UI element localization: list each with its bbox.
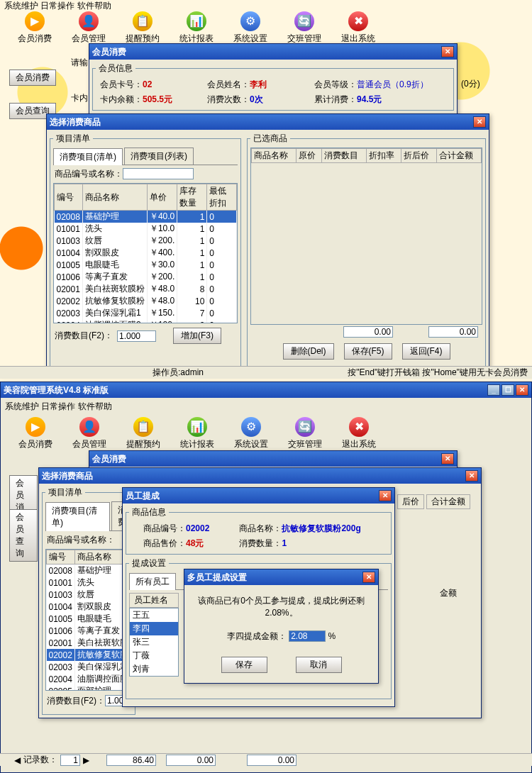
tab-table[interactable]: 消费项目(列表): [124, 148, 194, 165]
toolbar-会员消费[interactable]: ▶会员消费: [18, 417, 52, 450]
close-icon[interactable]: ✕: [465, 470, 478, 482]
col-header[interactable]: 最低折扣: [207, 184, 237, 211]
employee-listbox[interactable]: 王五李四张三丁薇刘青: [129, 608, 179, 677]
table-row[interactable]: 02008基础护理: [47, 565, 131, 577]
toolbar-交班管理[interactable]: 🔄交班管理: [287, 11, 321, 45]
col-header[interactable]: 单价: [147, 184, 177, 211]
table-row[interactable]: 02003美白保湿乳霜1￥150.70: [55, 307, 237, 319]
col-header[interactable]: 编号: [55, 184, 83, 211]
col-header[interactable]: 折后价: [401, 149, 436, 163]
product-qty-label: 消费数量：: [239, 538, 282, 548]
employee-col-header: 员工姓名: [129, 593, 179, 608]
back-button[interactable]: 返回(F4): [402, 343, 450, 360]
table-row[interactable]: 01005电眼睫毛: [47, 613, 131, 625]
table-row[interactable]: 02002抗敏修复软膜粉￥48.0100: [55, 295, 237, 307]
search-input[interactable]: [123, 168, 194, 179]
commission-amount-label: 李四提成金额：: [227, 631, 287, 641]
col-header[interactable]: 商品名称: [82, 184, 147, 211]
employee-item[interactable]: 张三: [130, 635, 178, 649]
toolbar-会员消费[interactable]: ▶会员消费: [18, 11, 52, 45]
app-toolbar: ▶会员消费👤会员管理📋提醒预约📊统计报表⚙系统设置🔄交班管理✖退出系统: [1, 416, 531, 451]
col-header[interactable]: 原价: [297, 149, 322, 163]
select-product-window: 选择消费商品 ✕ 项目清单 消费项目(清单) 消费项目(列表) 商品编号或名称：…: [46, 113, 489, 371]
table-row[interactable]: 01006等离子直发￥200.10: [55, 271, 237, 283]
table-row[interactable]: 01004割双眼皮￥400.10: [55, 247, 237, 259]
close-icon[interactable]: ✕: [362, 572, 375, 583]
table-row[interactable]: 02001美白祛斑软膜: [47, 637, 131, 649]
table-row[interactable]: 01003纹唇: [47, 589, 131, 601]
member-info-legend: 会员信息: [96, 62, 135, 74]
table-row[interactable]: 02003美白保湿乳霜: [47, 661, 131, 673]
product-name-value: 抗敏修复软膜粉200g: [282, 523, 360, 533]
tab-all-employees[interactable]: 所有员工: [129, 573, 176, 590]
close-icon[interactable]: ✕: [441, 46, 454, 57]
maximize-icon[interactable]: ☐: [501, 384, 514, 396]
toolbar-交班管理[interactable]: 🔄交班管理: [288, 417, 322, 450]
delete-button[interactable]: 删除(Del): [283, 343, 334, 360]
member-consume-tab[interactable]: 会员消费: [9, 69, 56, 86]
col-header[interactable]: 合计金额: [436, 149, 481, 163]
save-button[interactable]: 保存(F5): [344, 343, 392, 360]
table-row[interactable]: 02004油脂调控面膜: [47, 673, 131, 685]
table-row[interactable]: 01004割双眼皮: [47, 601, 131, 613]
product-code-label: 商品编号：: [143, 523, 186, 533]
toolbar-提醒预约[interactable]: 📋提醒预约: [126, 417, 160, 450]
close-icon[interactable]: ✕: [473, 116, 486, 128]
save-button[interactable]: 保存: [221, 657, 267, 673]
minimize-icon[interactable]: _: [487, 384, 500, 396]
toolbar-系统设置[interactable]: ⚙系统设置: [233, 11, 267, 45]
col-header[interactable]: 商品名称: [252, 149, 297, 163]
toolbar-icon: 📋: [133, 417, 153, 437]
app-title: 美容院管理系统V4.8 标准版: [4, 384, 109, 396]
select-window-title: 选择消费商品: [50, 116, 101, 128]
member-query-tab-2[interactable]: 会员查询: [9, 509, 38, 562]
employee-item[interactable]: 刘青: [130, 662, 178, 676]
employee-item[interactable]: 丁薇: [130, 649, 178, 662]
table-row[interactable]: 01005电眼睫毛￥30.010: [55, 259, 237, 271]
toolbar-icon: ✖: [349, 417, 369, 437]
app-menubar[interactable]: 系统维护 日常操作 软件帮助: [1, 398, 531, 416]
cancel-button[interactable]: 取消: [296, 657, 342, 673]
times-value: 0次: [250, 94, 263, 104]
tab-list[interactable]: 消费项目(清单): [53, 148, 123, 165]
toolbar-退出系统[interactable]: ✖退出系统: [342, 417, 376, 450]
commission-amount-input[interactable]: [289, 630, 326, 642]
close-icon[interactable]: ✕: [516, 384, 528, 396]
search-label-2: 商品编号或名称：: [47, 535, 115, 545]
col-header[interactable]: 消费数目: [321, 149, 366, 163]
toolbar-会员管理[interactable]: 👤会员管理: [72, 11, 106, 45]
qty-label-2: 消费数目(F2)：: [47, 696, 105, 706]
employee-item[interactable]: 李四: [130, 622, 178, 635]
toolbar-统计报表[interactable]: 📊统计报表: [180, 417, 214, 450]
toolbar-提醒预约[interactable]: 📋提醒预约: [126, 11, 160, 45]
toolbar-统计报表[interactable]: 📊统计报表: [179, 11, 214, 45]
status-hint: 按"End"键打开钱箱 按"Home"键用无卡会员消费: [348, 367, 528, 379]
col-header[interactable]: 库存数量: [177, 184, 207, 211]
toolbar-退出系统[interactable]: ✖退出系统: [341, 11, 375, 45]
close-icon[interactable]: ✕: [441, 453, 454, 465]
table-row[interactable]: 02008基础护理￥40.010: [55, 211, 237, 223]
name-value: 李利: [250, 79, 267, 89]
table-row[interactable]: 01006等离子直发: [47, 625, 131, 637]
col-header[interactable]: 折扣率: [366, 149, 401, 163]
toolbar-会员管理[interactable]: 👤会员管理: [72, 417, 106, 450]
balance-value: 505.5元: [143, 94, 172, 104]
table-row[interactable]: 02002抗敏修复软膜: [47, 649, 131, 661]
table-row[interactable]: 02001美白祛斑软膜粉￥48.080: [55, 283, 237, 295]
table-row[interactable]: 01001洗头￥10.010: [55, 223, 237, 235]
toolbar-icon: 👤: [79, 11, 99, 31]
search-label: 商品编号或名称：: [55, 169, 123, 179]
qty-input[interactable]: [117, 330, 156, 342]
close-icon[interactable]: ✕: [379, 490, 392, 501]
table-row[interactable]: 02005面部护理: [47, 685, 131, 691]
add-button[interactable]: 增加(F3): [173, 328, 221, 344]
product-name-label: 商品名称：: [239, 523, 282, 533]
col-header[interactable]: 编号: [47, 550, 75, 565]
toolbar-icon: 📋: [133, 11, 153, 31]
table-row[interactable]: 01001洗头: [47, 577, 131, 589]
top-toolbar: ▶会员消费👤会员管理📋提醒预约📊统计报表⚙系统设置🔄交班管理✖退出系统: [0, 10, 532, 45]
tab-list-2[interactable]: 消费项目(清单): [45, 502, 110, 531]
employee-item[interactable]: 王五: [130, 608, 178, 622]
toolbar-系统设置[interactable]: ⚙系统设置: [234, 417, 268, 450]
table-row[interactable]: 01003纹唇￥200.10: [55, 235, 237, 247]
